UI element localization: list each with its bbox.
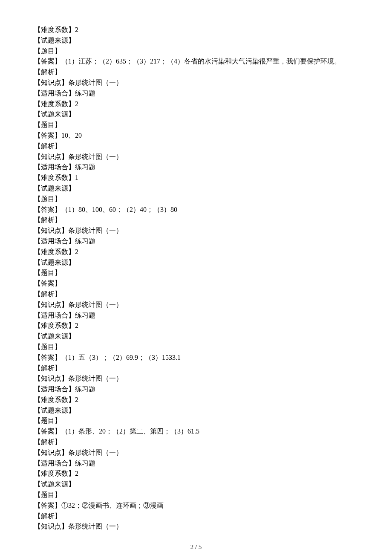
text-line: 【难度系数】2 bbox=[34, 247, 358, 257]
text-line: 【题目】 bbox=[34, 490, 358, 500]
text-line: 【题目】 bbox=[34, 194, 358, 205]
text-line: 【解析】 bbox=[34, 289, 358, 300]
text-line: 【试题来源】 bbox=[34, 257, 358, 268]
text-line: 【答案】10、20 bbox=[34, 130, 358, 141]
text-line: 【适用场合】练习题 bbox=[34, 384, 358, 395]
text-line: 【题目】 bbox=[34, 268, 358, 278]
text-line: 【试题来源】 bbox=[34, 109, 358, 120]
text-line: 【知识点】条形统计图（一） bbox=[34, 152, 358, 162]
text-line: 【答案】（1）80、100、60；（2）40；（3）80 bbox=[34, 205, 358, 215]
text-line: 【答案】（1）五（3）；（2）69.9；（3）1533.1 bbox=[34, 353, 358, 363]
text-line: 【知识点】条形统计图（一） bbox=[34, 225, 358, 236]
text-line: 【试题来源】 bbox=[34, 35, 358, 46]
text-line: 【答案】（1）江苏；（2）635；（3）217；（4）各省的水污染和大气污染很严… bbox=[34, 56, 358, 67]
text-line: 【知识点】条形统计图（一） bbox=[34, 373, 358, 384]
text-line: 【解析】 bbox=[34, 67, 358, 78]
text-line: 【知识点】条形统计图（一） bbox=[34, 521, 358, 532]
text-line: 【答案】（1）条形、20；（2）第二、第四；（3）61.5 bbox=[34, 426, 358, 437]
text-line: 【题目】 bbox=[34, 120, 358, 130]
text-line: 【解析】 bbox=[34, 437, 358, 448]
text-line: 【答案】 bbox=[34, 278, 358, 289]
text-line: 【难度系数】2 bbox=[34, 99, 358, 110]
text-line: 【难度系数】2 bbox=[34, 321, 358, 331]
text-line: 【答案】①32；②漫画书、连环画；③漫画 bbox=[34, 500, 358, 511]
text-line: 【试题来源】 bbox=[34, 405, 358, 416]
text-line: 【适用场合】练习题 bbox=[34, 162, 358, 173]
text-line: 【解析】 bbox=[34, 363, 358, 374]
text-line: 【题目】 bbox=[34, 342, 358, 353]
text-line: 【适用场合】练习题 bbox=[34, 458, 358, 469]
text-line: 【适用场合】练习题 bbox=[34, 310, 358, 321]
text-line: 【解析】 bbox=[34, 141, 358, 152]
page-number: 2 / 5 bbox=[34, 542, 358, 552]
text-line: 【试题来源】 bbox=[34, 331, 358, 342]
text-line: 【知识点】条形统计图（一） bbox=[34, 448, 358, 458]
text-line: 【题目】 bbox=[34, 46, 358, 57]
text-line: 【试题来源】 bbox=[34, 183, 358, 194]
text-line: 【题目】 bbox=[34, 416, 358, 426]
text-line: 【适用场合】练习题 bbox=[34, 236, 358, 247]
text-line: 【知识点】条形统计图（一） bbox=[34, 300, 358, 310]
text-line: 【难度系数】2 bbox=[34, 25, 358, 35]
document-body: 【难度系数】2【试题来源】【题目】【答案】（1）江苏；（2）635；（3）217… bbox=[34, 25, 358, 532]
text-line: 【难度系数】2 bbox=[34, 468, 358, 479]
text-line: 【难度系数】2 bbox=[34, 395, 358, 405]
text-line: 【适用场合】练习题 bbox=[34, 88, 358, 99]
text-line: 【难度系数】1 bbox=[34, 173, 358, 183]
text-line: 【知识点】条形统计图（一） bbox=[34, 78, 358, 88]
text-line: 【解析】 bbox=[34, 511, 358, 522]
text-line: 【试题来源】 bbox=[34, 479, 358, 490]
page-content: 【难度系数】2【试题来源】【题目】【答案】（1）江苏；（2）635；（3）217… bbox=[0, 0, 392, 555]
text-line: 【解析】 bbox=[34, 215, 358, 225]
